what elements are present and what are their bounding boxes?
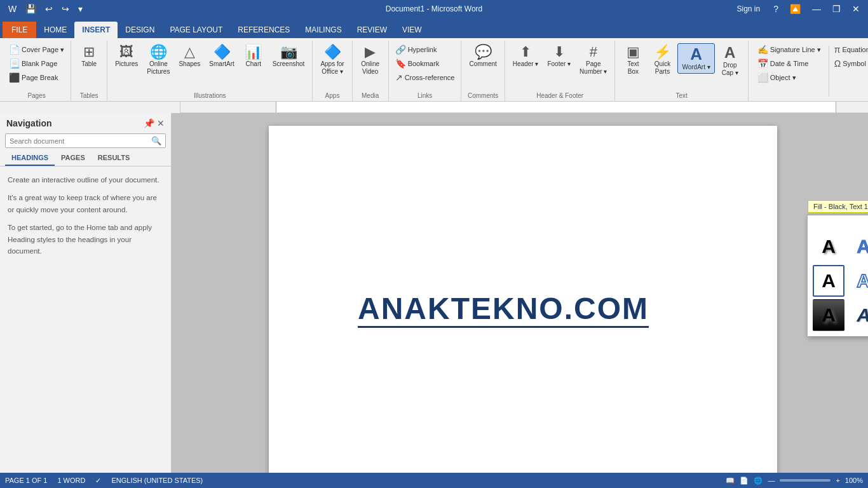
wordart-item-11[interactable]: A (813, 299, 844, 331)
wordart-item-12[interactable]: A (848, 299, 868, 331)
smartart-icon: 🔷 (214, 45, 231, 59)
title-bar-title: Document1 - Microsoft Word (386, 4, 483, 13)
customize-icon[interactable]: ▾ (75, 3, 86, 15)
save-icon[interactable]: 💾 (22, 3, 39, 15)
shapes-button[interactable]: △ Shapes (175, 43, 204, 70)
ribbon-group-illustrations: 🖼 Pictures 🌐 OnlinePictures △ Shapes 🔷 S… (107, 41, 313, 101)
text-box-label: TextBox (627, 60, 639, 76)
print-layout-icon[interactable]: 📄 (740, 477, 749, 485)
date-time-button[interactable]: 📅 Date & Time (755, 57, 824, 70)
tab-file[interactable]: FILE (3, 22, 36, 38)
online-pictures-button[interactable]: 🌐 OnlinePictures (143, 43, 173, 78)
nav-tab-headings[interactable]: HEADINGS (5, 151, 55, 166)
nav-pin-button[interactable]: 📌 (144, 118, 154, 128)
page-number-button[interactable]: # PageNumber ▾ (576, 43, 611, 78)
zoom-in-button[interactable]: + (836, 477, 839, 484)
cover-page-button[interactable]: 📄 Cover Page ▾ (6, 43, 67, 56)
tab-view[interactable]: VIEW (395, 22, 430, 38)
blank-page-label: Blank Page (22, 60, 57, 67)
word-icon[interactable]: W (5, 3, 20, 15)
text-box-icon: ▣ (627, 45, 640, 59)
cover-page-icon: 📄 (9, 44, 20, 55)
proofing-icon[interactable]: ✓ (95, 477, 101, 485)
restore-button[interactable]: ❐ (829, 3, 844, 15)
online-pictures-label: OnlinePictures (147, 60, 170, 76)
language-status: ENGLISH (UNITED STATES) (111, 477, 203, 484)
date-time-icon: 📅 (757, 58, 768, 69)
illustrations-items: 🖼 Pictures 🌐 OnlinePictures △ Shapes 🔷 S… (111, 41, 308, 92)
comment-button[interactable]: 💬 Comment (465, 43, 500, 70)
nav-tab-pages[interactable]: PAGES (55, 151, 92, 166)
tab-insert[interactable]: INSERT (74, 22, 118, 38)
header-label: Header ▾ (513, 60, 539, 68)
drop-cap-icon: A (724, 45, 735, 60)
wordart-button[interactable]: A WordArt ▾ (677, 43, 714, 74)
ruler-area (0, 102, 868, 113)
nav-close-button[interactable]: ✕ (157, 118, 165, 128)
smartart-button[interactable]: 🔷 SmartArt (205, 43, 238, 70)
tab-review[interactable]: REVIEW (349, 22, 395, 38)
ribbon-group-apps: 🔷 Apps forOffice ▾ Apps (313, 41, 352, 101)
zoom-slider[interactable] (780, 479, 831, 482)
search-input[interactable] (10, 137, 149, 145)
nav-header: Navigation 📌 ✕ (0, 113, 171, 131)
media-label: Media (362, 92, 379, 101)
online-video-button[interactable]: ▶ OnlineVideo (356, 43, 384, 78)
wordart-item-1[interactable]: A (813, 231, 844, 262)
read-mode-icon[interactable]: 📖 (726, 477, 735, 485)
quick-parts-button[interactable]: ⚡ QuickParts (648, 43, 676, 78)
wordart-tooltip: Fill - Black, Text 1, Shadow (808, 200, 868, 213)
tab-page-layout[interactable]: PAGE LAYOUT (162, 22, 230, 38)
undo-icon[interactable]: ↩ (42, 3, 56, 15)
wordart-item-2[interactable]: A (848, 231, 868, 262)
search-icon[interactable]: 🔍 (151, 136, 161, 146)
object-button[interactable]: ⬜ Object ▾ (755, 71, 824, 84)
tab-references[interactable]: REFERENCES (230, 22, 297, 38)
wordart-item-7[interactable]: A (848, 265, 868, 297)
nav-tabs: HEADINGS PAGES RESULTS (0, 151, 171, 166)
equation-button[interactable]: π Equation ▾ (832, 43, 868, 56)
apps-for-office-button[interactable]: 🔷 Apps forOffice ▾ (316, 43, 348, 78)
wordart-item-6[interactable]: A (813, 265, 844, 297)
title-bar-left: W 💾 ↩ ↪ ▾ (5, 3, 86, 15)
close-button[interactable]: ✕ (849, 3, 863, 15)
signature-line-button[interactable]: ✍ Signature Line ▾ (755, 43, 824, 56)
help-button[interactable]: ? (770, 3, 782, 15)
redo-icon[interactable]: ↪ (58, 3, 72, 15)
chart-button[interactable]: 📊 Chart (240, 43, 268, 70)
horizontal-ruler (180, 102, 868, 113)
apps-items: 🔷 Apps forOffice ▾ (316, 41, 348, 92)
tab-home[interactable]: HOME (36, 22, 74, 38)
document-area: ANAKTEKNO.COM Fill - Black, Text 1, Shad… (172, 113, 868, 473)
ribbon: 📄 Cover Page ▾ 📃 Blank Page ⬛ Page Break… (0, 38, 868, 102)
ribbon-toggle[interactable]: 🔼 (787, 3, 804, 15)
web-layout-icon[interactable]: 🌐 (754, 477, 763, 485)
footer-button[interactable]: ⬇ Footer ▾ (543, 43, 574, 70)
word-count: 1 WORD (57, 477, 85, 484)
hyperlink-button[interactable]: 🔗 Hyperlink (393, 43, 458, 56)
zoom-out-button[interactable]: — (768, 477, 775, 484)
document-page[interactable]: ANAKTEKNO.COM (269, 126, 777, 473)
symbol-button[interactable]: Ω Symbol ▾ (832, 57, 868, 70)
minimize-button[interactable]: — (809, 3, 824, 15)
signature-icon: ✍ (757, 44, 768, 55)
symbols-group: π Equation ▾ Ω Symbol ▾ (832, 43, 868, 70)
cross-reference-button[interactable]: ↗ Cross-reference (393, 71, 458, 84)
equation-label: Equation ▾ (842, 46, 868, 54)
text-items: ▣ TextBox ⚡ QuickParts A WordArt ▾ A Dro… (619, 41, 743, 92)
blank-page-button[interactable]: 📃 Blank Page (6, 57, 67, 70)
links-label: Links (417, 92, 432, 101)
nav-tab-results[interactable]: RESULTS (92, 151, 137, 166)
tab-mailings[interactable]: MAILINGS (297, 22, 349, 38)
tab-design[interactable]: DESIGN (118, 22, 162, 38)
bookmark-button[interactable]: 🔖 Bookmark (393, 57, 458, 70)
table-button[interactable]: ⊞ Table (75, 43, 103, 70)
wordart-text[interactable]: ANAKTEKNO.COM (358, 291, 649, 328)
text-box-button[interactable]: ▣ TextBox (619, 43, 647, 78)
pictures-button[interactable]: 🖼 Pictures (111, 43, 142, 70)
page-break-button[interactable]: ⬛ Page Break (6, 71, 67, 84)
screenshot-button[interactable]: 📷 Screenshot (269, 43, 309, 70)
sign-in-button[interactable]: Sign in (732, 2, 766, 16)
drop-cap-button[interactable]: A DropCap ▾ (716, 43, 744, 79)
header-button[interactable]: ⬆ Header ▾ (509, 43, 543, 70)
